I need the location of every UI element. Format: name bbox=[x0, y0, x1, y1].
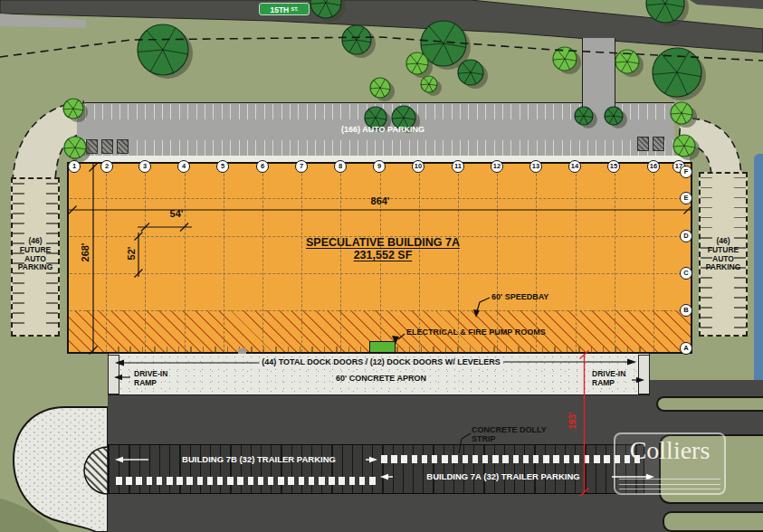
future-left-label: (46) FUTURE AUTO PARKING bbox=[14, 237, 56, 272]
speedbay-label: 60' SPEEDBAY bbox=[491, 292, 548, 301]
colliers-wordmark: Colliers bbox=[615, 436, 724, 465]
grid-column-bubble: 2 bbox=[100, 160, 113, 173]
grid-column-bubble: 9 bbox=[373, 160, 386, 173]
grid-row-bubble: F bbox=[680, 166, 692, 178]
property-line bbox=[0, 37, 763, 61]
grid-column-bubble: 1 bbox=[68, 160, 81, 173]
logo-rule bbox=[619, 484, 720, 485]
apron-label: 60' CONCRETE APRON bbox=[327, 374, 435, 383]
tree-large bbox=[138, 24, 193, 79]
dock-doors-label: (44) TOTAL DOCK DOORS / (12) DOCK DOORS … bbox=[259, 357, 503, 366]
tree-small bbox=[421, 76, 442, 96]
grid-row-bubble: E bbox=[680, 192, 692, 204]
grid-column-bubble: 15 bbox=[607, 160, 620, 173]
street-name: 15TH bbox=[270, 5, 289, 14]
tree-large bbox=[310, 0, 346, 22]
grid-column-bubble: 10 bbox=[412, 160, 424, 173]
grid-row-bubble: A bbox=[680, 342, 692, 355]
tree-large bbox=[575, 107, 597, 128]
dim-864 bbox=[69, 206, 692, 214]
electrical-leader bbox=[392, 334, 405, 344]
logo-rule bbox=[619, 479, 720, 480]
dim-864-label: 864' bbox=[362, 196, 398, 205]
site-plan: (166) AUTO PARKING SPECULATIVE BUILDING … bbox=[0, 0, 763, 532]
grid-column-bubble: 11 bbox=[452, 160, 464, 173]
tree-small bbox=[370, 78, 395, 101]
street-suffix: ST. bbox=[291, 6, 299, 12]
tree-small bbox=[63, 99, 88, 122]
ramp-right-label: DRIVE-IN RAMP bbox=[592, 369, 635, 387]
tree-small bbox=[673, 135, 700, 160]
grid-column-bubble: 7 bbox=[295, 160, 308, 173]
tree-large bbox=[646, 0, 689, 26]
ramp-left-label: DRIVE-IN RAMP bbox=[134, 369, 177, 387]
trees bbox=[63, 0, 706, 162]
logo-rule bbox=[619, 489, 720, 489]
grid-column-bubble: 16 bbox=[647, 160, 660, 173]
tree-small bbox=[671, 102, 697, 128]
speedbay-leader bbox=[473, 298, 490, 318]
building-title: SPECULATIVE BUILDING 7A bbox=[306, 236, 460, 249]
street-sign: 15TH ST. bbox=[259, 3, 310, 15]
tree-large bbox=[342, 25, 376, 58]
grid-row-bubble: B bbox=[680, 304, 692, 317]
colliers-logo: Colliers bbox=[614, 432, 726, 495]
dolly-strip-label: CONCRETE DOLLY STRIP bbox=[472, 425, 551, 443]
dim-54-label: 54' bbox=[163, 209, 190, 218]
grid-column-bubble: 3 bbox=[138, 160, 151, 173]
trailer-7b-label: BUILDING 7B (32) TRAILER PARKING bbox=[150, 455, 367, 464]
grid-column-bubble: 13 bbox=[529, 160, 542, 173]
tree-large bbox=[605, 107, 627, 128]
building-area: 231,552 SF bbox=[354, 249, 413, 261]
dim-193-label: 193' bbox=[568, 406, 577, 435]
dim-52-label: 52' bbox=[127, 240, 136, 267]
auto-parking-label: (166) AUTO PARKING bbox=[274, 125, 491, 134]
trailer-7a-label: BUILDING 7A (32) TRAILER PARKING bbox=[395, 472, 612, 481]
grid-row-bubble: C bbox=[680, 267, 692, 280]
tree-small bbox=[64, 137, 91, 162]
electrical-label: ELECTRICAL & FIRE PUMP ROOMS bbox=[406, 328, 546, 337]
tree-large bbox=[458, 60, 488, 89]
dim-54 bbox=[138, 223, 192, 232]
grid-column-bubble: 4 bbox=[177, 160, 190, 173]
grid-column-bubble: 12 bbox=[491, 160, 503, 173]
dim-268-label: 268' bbox=[81, 234, 90, 271]
future-right-label: (46) FUTURE AUTO PARKING bbox=[702, 237, 744, 272]
tree-small bbox=[553, 47, 581, 74]
dolly-leader bbox=[459, 433, 471, 453]
grid-column-bubble: 6 bbox=[256, 160, 269, 173]
grid-row-bubble: D bbox=[680, 230, 692, 242]
grid-column-bubble: 5 bbox=[216, 160, 229, 173]
grid-column-bubble: 14 bbox=[568, 160, 581, 173]
grid-column-bubble: 8 bbox=[334, 160, 347, 173]
